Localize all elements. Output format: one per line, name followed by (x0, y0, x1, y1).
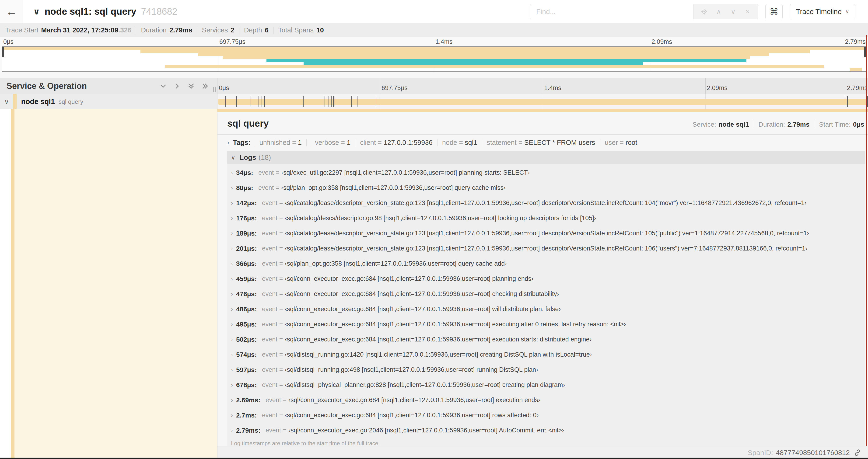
log-field-equals: = (283, 396, 286, 404)
log-field-value: ‹sql/conn_executor_exec.go:684 [nsql1,cl… (288, 396, 540, 404)
log-entry-row[interactable]: ›502μs:event=‹sql/conn_executor_exec.go:… (227, 332, 865, 347)
right-scrubber-handle[interactable] (864, 47, 866, 57)
log-expand-chevron-icon[interactable]: › (231, 276, 233, 282)
trace-collapse-chevron-icon[interactable]: ∨ (33, 7, 40, 17)
right-scrubber[interactable] (865, 47, 865, 71)
expand-all-icon[interactable] (202, 82, 209, 90)
log-expand-chevron-icon[interactable]: › (231, 412, 233, 419)
minimap-span-bar (267, 59, 746, 62)
log-entry-row[interactable]: ›189μs:event=‹sql/catalog/lease/descript… (227, 226, 865, 241)
log-field-equals: = (279, 336, 283, 343)
log-expand-chevron-icon[interactable]: › (231, 321, 233, 328)
collapse-one-icon[interactable] (159, 82, 167, 90)
tags-row[interactable]: › Tags: _unfinished=1_verbose=1client=12… (217, 135, 868, 150)
time-tick-label: 0μs (217, 85, 229, 92)
log-expand-chevron-icon[interactable]: › (231, 170, 233, 176)
log-entry-row[interactable]: ›597μs:event=‹sql/distsql_running.go:498… (227, 362, 865, 378)
span-log-marker[interactable] (225, 96, 226, 107)
log-entry-row[interactable]: ›142μs:event=‹sql/catalog/lease/descript… (227, 195, 865, 210)
time-tick-label: 2.09ms (705, 85, 727, 92)
column-resize-grip[interactable] (213, 87, 216, 92)
span-log-marker[interactable] (331, 96, 332, 107)
log-entry-row[interactable]: ›176μs:event=‹sql/catalog/descs/descript… (227, 210, 865, 226)
prev-result-icon[interactable]: ∧ (711, 7, 726, 15)
span-log-marker[interactable] (351, 96, 352, 107)
clear-search-icon[interactable]: × (740, 8, 755, 15)
log-field-key: event (262, 290, 277, 298)
span-row-timeline[interactable] (217, 94, 868, 109)
span-log-marker[interactable] (335, 96, 335, 107)
span-id-label: SpanID: (748, 449, 773, 457)
log-expand-chevron-icon[interactable]: › (231, 200, 233, 206)
span-log-marker[interactable] (261, 96, 262, 107)
log-expand-chevron-icon[interactable]: › (231, 306, 233, 313)
left-scrubber-handle[interactable] (2, 47, 4, 57)
log-entry-row[interactable]: ›459μs:event=‹sql/conn_executor_exec.go:… (227, 271, 865, 286)
focus-target-icon[interactable] (697, 8, 711, 15)
log-field-value: ‹sql/plan_opt.go:358 [nsql1,client=127.0… (281, 184, 506, 192)
span-row[interactable]: ∨ node sql1 sql query (0, 94, 868, 109)
log-expand-chevron-icon[interactable]: › (231, 230, 233, 237)
keyboard-shortcuts-button[interactable]: ⌘ (765, 4, 783, 19)
span-log-marker[interactable] (845, 96, 845, 107)
log-expand-chevron-icon[interactable]: › (231, 352, 233, 358)
log-expand-chevron-icon[interactable]: › (231, 367, 233, 373)
log-entry-row[interactable]: ›366μs:event=‹sql/plan_opt.go:358 [nsql1… (227, 256, 865, 271)
next-result-icon[interactable]: ∨ (726, 7, 740, 15)
log-expand-chevron-icon[interactable]: › (231, 291, 233, 297)
log-entry-row[interactable]: ›486μs:event=‹sql/conn_executor_exec.go:… (227, 302, 865, 317)
log-timestamp: 80μs: (236, 184, 253, 192)
info-label: Depth (244, 26, 262, 34)
log-entry-row[interactable]: ›574μs:event=‹sql/distsql_running.go:142… (227, 347, 865, 362)
tag-equals: = (620, 139, 624, 146)
left-scrubber[interactable] (3, 47, 3, 71)
log-expand-chevron-icon[interactable]: › (231, 215, 233, 222)
span-log-marker[interactable] (236, 96, 237, 107)
log-expand-chevron-icon[interactable]: › (231, 245, 233, 252)
log-expand-chevron-icon[interactable]: › (231, 382, 233, 388)
log-expand-chevron-icon[interactable]: › (231, 336, 233, 343)
collapse-all-icon[interactable] (187, 82, 195, 90)
span-log-marker[interactable] (303, 96, 304, 107)
log-expand-chevron-icon[interactable]: › (231, 427, 233, 434)
log-entry-row[interactable]: ›34μs:event=‹sql/exec_util.go:2297 [nsql… (227, 165, 865, 180)
span-log-marker[interactable] (357, 96, 358, 107)
span-log-marker[interactable] (329, 96, 329, 107)
info-value-suffix: .326 (118, 26, 131, 34)
span-duration-bar[interactable] (218, 99, 867, 105)
span-log-marker[interactable] (251, 96, 251, 107)
log-field-value: ‹sql/conn_executor_exec.go:684 [nsql1,cl… (285, 412, 539, 419)
tag-separator (482, 139, 482, 146)
back-button[interactable]: ← (0, 0, 23, 23)
logs-collapse-chevron-icon[interactable]: ∨ (231, 154, 235, 161)
view-select-button[interactable]: Trace Timeline ∨ (789, 4, 856, 19)
span-log-marker[interactable] (324, 96, 325, 107)
logs-header[interactable]: ∨ Logs (18) (227, 151, 865, 164)
span-log-marker[interactable] (847, 96, 848, 107)
span-log-marker[interactable] (265, 96, 265, 107)
tags-expand-chevron-icon[interactable]: › (227, 139, 229, 146)
span-expand-chevron-icon[interactable]: ∨ (0, 98, 9, 106)
span-log-marker[interactable] (376, 96, 376, 107)
log-entry-row[interactable]: ›678μs:event=‹sql/distsql_physical_plann… (227, 378, 865, 393)
log-entry-row[interactable]: ›80μs:event=‹sql/plan_opt.go:358 [nsql1,… (227, 180, 865, 195)
log-expand-chevron-icon[interactable]: › (231, 397, 233, 403)
log-timestamp: 486μs: (236, 305, 257, 313)
span-row-name-column[interactable]: ∨ node sql1 sql query (0, 94, 217, 109)
deep-link-icon[interactable] (854, 449, 862, 457)
minimap-canvas[interactable] (2, 46, 866, 72)
log-field-equals: = (279, 290, 283, 298)
log-expand-chevron-icon[interactable]: › (231, 261, 233, 267)
log-entry-row[interactable]: ›2.7ms:event=‹sql/conn_executor_exec.go:… (227, 408, 865, 423)
log-entry-row[interactable]: ›495μs:event=‹sql/conn_executor_exec.go:… (227, 317, 865, 332)
log-entry-row[interactable]: ›2.79ms:event=‹sql/conn_executor_exec.go… (227, 423, 865, 438)
span-log-marker[interactable] (258, 96, 259, 107)
span-log-marker[interactable] (333, 96, 334, 107)
log-entry-row[interactable]: ›2.69ms:event=‹sql/conn_executor_exec.go… (227, 393, 865, 408)
log-expand-chevron-icon[interactable]: › (231, 185, 233, 191)
log-field-equals: = (279, 412, 283, 419)
find-input[interactable] (530, 4, 693, 19)
log-entry-row[interactable]: ›476μs:event=‹sql/conn_executor_exec.go:… (227, 286, 865, 302)
expand-one-icon[interactable] (174, 82, 181, 90)
log-entry-row[interactable]: ›201μs:event=‹sql/catalog/lease/descript… (227, 241, 865, 256)
